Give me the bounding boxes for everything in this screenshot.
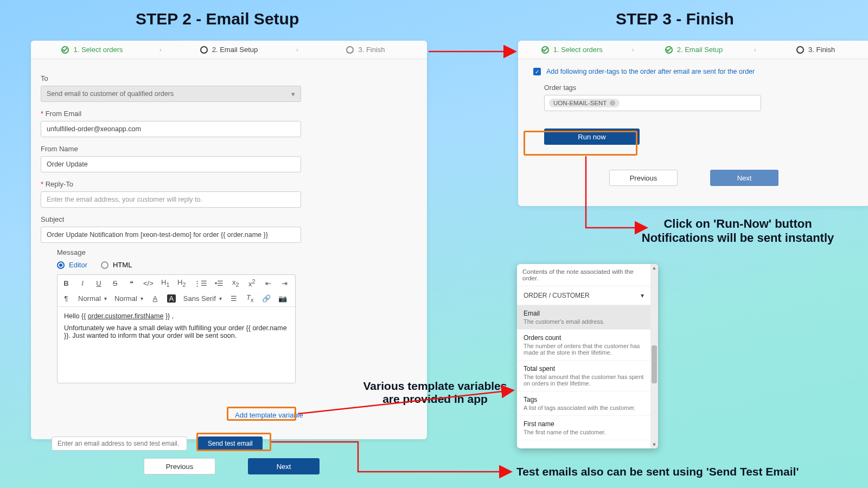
- to-label: To: [41, 74, 417, 82]
- to-select[interactable]: Send email to customer of qualified orde…: [41, 86, 301, 102]
- message-label: Message: [57, 248, 417, 256]
- wizard-steps-right: 1. Select orders › 2. Email Setup › 3. F…: [518, 41, 868, 59]
- check-icon: [665, 46, 673, 54]
- popover-section-header[interactable]: ORDER / CUSTOMER ▾: [517, 286, 650, 305]
- clear-format-icon[interactable]: Tx: [246, 293, 254, 303]
- chevron-right-icon: ›: [626, 46, 640, 54]
- check-icon: [541, 46, 549, 54]
- wizard-step-3[interactable]: 3. Finish: [762, 46, 868, 54]
- finish-panel: 1. Select orders › 2. Email Setup › 3. F…: [518, 41, 868, 206]
- reply-to-label: Reply-To: [41, 180, 417, 188]
- from-name-input[interactable]: [41, 156, 301, 172]
- wizard-step-2[interactable]: 2. Email Setup: [168, 46, 290, 54]
- chevron-right-icon: ›: [748, 46, 762, 54]
- annotation-template-vars: Various template variables are provided …: [356, 380, 514, 406]
- from-name-label: From Name: [41, 145, 417, 153]
- indent-icon[interactable]: ⇥: [280, 279, 289, 287]
- test-email-row: Send test email: [52, 436, 263, 451]
- check-icon: [61, 46, 69, 54]
- heading-select[interactable]: Normal▾: [114, 294, 143, 303]
- radio-editor[interactable]: Editor: [57, 261, 87, 269]
- wizard-step-2-label: 2. Email Setup: [212, 46, 258, 54]
- code-icon[interactable]: </>: [143, 279, 154, 287]
- previous-button[interactable]: Previous: [144, 458, 215, 474]
- link-icon[interactable]: 🔗: [262, 294, 271, 303]
- message-mode-radio-group: Editor HTML: [57, 261, 417, 269]
- run-now-button[interactable]: Run now: [544, 129, 640, 145]
- superscript-icon[interactable]: x2: [247, 278, 256, 288]
- popover-scrollbar[interactable]: ▲ ▼: [650, 264, 658, 448]
- wizard-step-3-label: 3. Finish: [358, 46, 385, 54]
- order-tags-label: Order tags: [544, 84, 854, 92]
- test-email-input[interactable]: [52, 436, 187, 451]
- block-format-select[interactable]: Normal▾: [78, 294, 107, 303]
- popover-item[interactable]: First name The first name of the custome…: [517, 416, 650, 440]
- from-email-input[interactable]: [41, 121, 301, 137]
- wizard-steps-left: 1. Select orders › 2. Email Setup › 3. F…: [31, 41, 427, 59]
- from-email-label: From Email: [41, 110, 417, 118]
- add-order-tags-checkbox-row[interactable]: ✓ Add following order-tags to the order …: [533, 68, 854, 75]
- add-order-tags-label: Add following order-tags to the order af…: [546, 68, 755, 75]
- h1-icon[interactable]: H1: [161, 278, 170, 288]
- italic-icon[interactable]: I: [78, 279, 87, 287]
- radio-html[interactable]: HTML: [101, 261, 132, 269]
- editor-content[interactable]: Hello {{ order.customer.firstName }} , U…: [58, 307, 295, 383]
- unordered-list-icon[interactable]: •☰: [215, 279, 224, 287]
- order-tags-input[interactable]: UON-EMAIL-SENT: [544, 95, 761, 111]
- send-test-email-button[interactable]: Send test email: [198, 436, 263, 451]
- circle-icon: [346, 46, 354, 54]
- wizard-step-1-label: 1. Select orders: [73, 46, 123, 54]
- remove-tag-icon[interactable]: [610, 100, 615, 106]
- h2-icon[interactable]: H2: [177, 278, 186, 288]
- outdent-icon[interactable]: ⇤: [264, 279, 272, 287]
- editor-toolbar: B I U S ❝ </> H1 H2 ⋮☰ •☰ x2 x2 ⇤ ⇥ ¶: [58, 275, 295, 307]
- radio-editor-label: Editor: [69, 261, 87, 269]
- add-template-variable-link[interactable]: Add template variable: [231, 409, 308, 421]
- popover-item[interactable]: Total spent The total amount that the cu…: [517, 361, 650, 391]
- previous-button[interactable]: Previous: [609, 170, 678, 186]
- strike-icon[interactable]: S: [111, 279, 119, 287]
- ordered-list-icon[interactable]: ⋮☰: [194, 279, 207, 287]
- text-color-icon[interactable]: A: [151, 294, 159, 303]
- bold-icon[interactable]: B: [62, 279, 71, 287]
- chevron-down-icon: ▾: [291, 90, 295, 98]
- align-icon[interactable]: ☰: [229, 294, 238, 303]
- wizard-step-1[interactable]: 1. Select orders: [518, 46, 626, 54]
- popover-item[interactable]: Tags A list of tags associated with the …: [517, 391, 650, 416]
- checkbox-checked-icon: ✓: [533, 68, 541, 75]
- circle-icon: [796, 46, 804, 54]
- scroll-up-icon[interactable]: ▲: [650, 265, 658, 271]
- font-select[interactable]: Sans Serif▾: [183, 294, 222, 303]
- annotation-run-now: Click on 'Run-Now' button Notifications …: [624, 217, 852, 245]
- subject-label: Subject: [41, 215, 417, 223]
- chevron-right-icon: ›: [154, 46, 168, 54]
- nav-row: Previous Next: [533, 170, 854, 186]
- subject-input[interactable]: [41, 227, 301, 243]
- next-button[interactable]: Next: [248, 458, 320, 474]
- chevron-down-icon: ▾: [641, 292, 644, 299]
- wizard-step-1[interactable]: 1. Select orders: [31, 46, 154, 54]
- radio-html-label: HTML: [113, 261, 132, 269]
- scroll-down-icon[interactable]: ▼: [650, 442, 658, 447]
- popover-item[interactable]: Email The customer's email address.: [517, 305, 650, 330]
- quote-icon[interactable]: ❝: [127, 279, 136, 287]
- reply-to-input[interactable]: [41, 191, 301, 208]
- chevron-right-icon: ›: [290, 46, 304, 54]
- finish-form: ✓ Add following order-tags to the order …: [518, 59, 868, 195]
- popover-note: Contents of the note associated with the…: [517, 264, 650, 286]
- tag-chip[interactable]: UON-EMAIL-SENT: [549, 99, 620, 107]
- scroll-thumb[interactable]: [652, 345, 657, 383]
- subscript-icon[interactable]: x2: [231, 278, 240, 288]
- image-icon[interactable]: 📷: [278, 294, 287, 303]
- next-button[interactable]: Next: [710, 170, 778, 186]
- template-variable-popover: Contents of the note associated with the…: [517, 264, 658, 448]
- popover-item[interactable]: Orders count The number of orders that t…: [517, 330, 650, 361]
- radio-icon: [101, 261, 108, 269]
- email-form: To Send email to customer of qualified o…: [31, 59, 427, 383]
- bg-color-icon[interactable]: A: [167, 294, 176, 303]
- pilcrow-icon[interactable]: ¶: [62, 294, 71, 303]
- underline-icon[interactable]: U: [94, 279, 103, 287]
- step2-title: STEP 2 - Email Setup: [136, 10, 299, 28]
- wizard-step-3[interactable]: 3. Finish: [304, 46, 427, 54]
- wizard-step-2[interactable]: 2. Email Setup: [640, 46, 748, 54]
